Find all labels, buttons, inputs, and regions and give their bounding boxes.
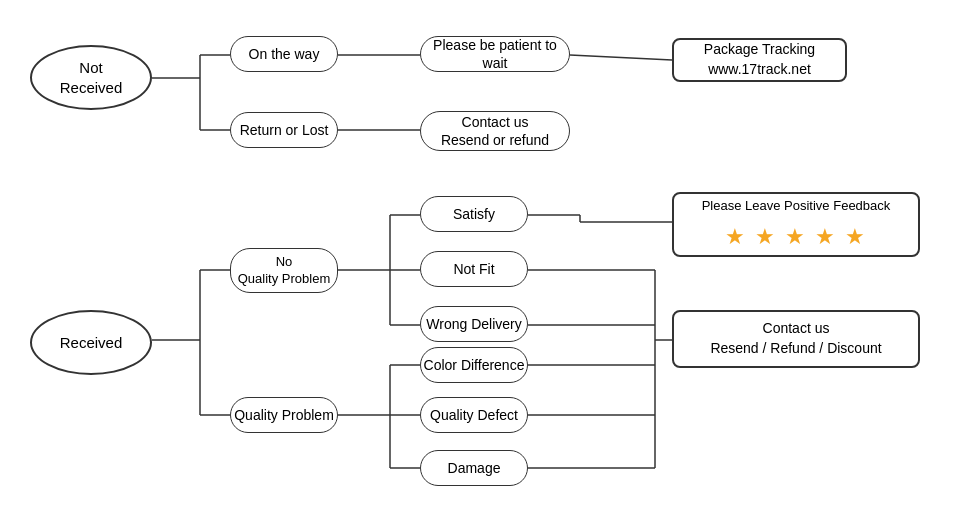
not-fit-node: Not Fit [420,251,528,287]
wrong-delivery-node: Wrong Delivery [420,306,528,342]
svg-line-5 [570,55,672,60]
package-tracking-node: Package Tracking www.17track.net [672,38,847,82]
not-received-node: Not Received [30,45,152,110]
on-the-way-node: On the way [230,36,338,72]
return-or-lost-node: Return or Lost [230,112,338,148]
satisfy-node: Satisfy [420,196,528,232]
no-quality-problem-node: No Quality Problem [230,248,338,293]
diagram: Not Received On the way Return or Lost P… [0,0,960,513]
received-node: Received [30,310,152,375]
please-leave-feedback-node: Please Leave Positive Feedback ★ ★ ★ ★ ★ [672,192,920,257]
contact-resend-refund-node: Contact us Resend or refund [420,111,570,151]
please-wait-node: Please be patient to wait [420,36,570,72]
quality-problem-node: Quality Problem [230,397,338,433]
stars-display: ★ ★ ★ ★ ★ [725,220,867,253]
color-difference-node: Color Difference [420,347,528,383]
damage-node: Damage [420,450,528,486]
quality-defect-node: Quality Defect [420,397,528,433]
contact-resend-refund-discount-node: Contact us Resend / Refund / Discount [672,310,920,368]
